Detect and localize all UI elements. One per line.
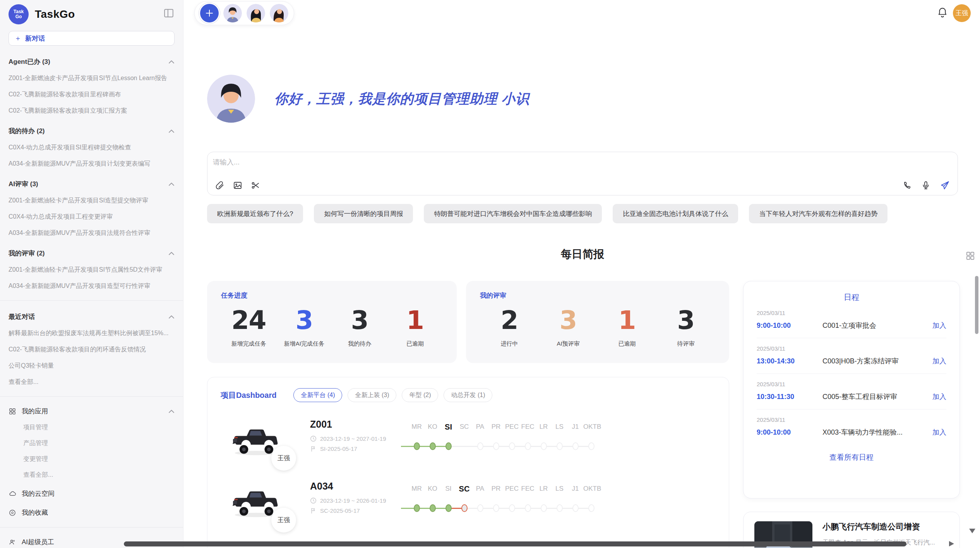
- schedule-event: 2025/03/11 9:00-10:00 C001-立项审批会 加入: [757, 303, 946, 338]
- view-all-schedule-link[interactable]: 查看所有日程: [829, 452, 874, 462]
- agent-avatar[interactable]: [270, 4, 288, 22]
- project-row-a034[interactable]: 王强 A034 2023-12-19 ~ 2026-01-19 SC-2025-…: [227, 478, 715, 538]
- vertical-scrollbar-thumb[interactable]: [975, 276, 978, 334]
- filter-chip-model-year[interactable]: 年型 (2): [402, 388, 438, 402]
- task-item[interactable]: Z001-全新燃油皮卡产品开发项目SI节点Lesson Learn报告: [9, 74, 175, 82]
- news-title: 小鹏飞行汽车制造公司增资: [822, 521, 935, 532]
- attach-file-button[interactable]: [215, 181, 224, 190]
- composer-toolbar: [215, 180, 950, 190]
- stat-label: 已逾期: [387, 340, 443, 348]
- apps-view-all-link[interactable]: 查看全部...: [23, 471, 175, 479]
- suggestion-chip[interactable]: 欧洲新规最近颁布了什么?: [207, 204, 303, 223]
- section-header-agent-done[interactable]: Agent已办 (3): [9, 57, 175, 66]
- app-item-change-mgmt[interactable]: 变更管理: [23, 455, 175, 463]
- task-item[interactable]: Z001-全新燃油轻卡产品开发项目SI造型提交物评审: [9, 197, 175, 205]
- event-name: C005-整车工程目标评审: [822, 392, 932, 401]
- chat-input[interactable]: [213, 158, 952, 175]
- app-item-project-mgmt[interactable]: 项目管理: [23, 423, 175, 432]
- new-chat-button[interactable]: ＋ 新对话: [9, 31, 175, 46]
- suggestion-chip[interactable]: 特朗普可能对进口汽车增税会对中国车企造成哪些影响: [424, 204, 602, 223]
- suggestion-chip[interactable]: 如何写一份清晰的项目周报: [314, 204, 413, 223]
- project-row-z001[interactable]: 王强 Z001 2023-12-19 ~ 2027-01-19 SI-2025-…: [227, 416, 715, 476]
- recent-view-all-link[interactable]: 查看全部...: [9, 378, 175, 386]
- section-header-ai-review[interactable]: AI评审 (3): [9, 180, 175, 188]
- filter-chip-new-body[interactable]: 全新上装 (3): [348, 388, 396, 402]
- user-avatar[interactable]: 王强: [953, 4, 971, 22]
- clock-icon: [310, 497, 317, 504]
- agent-avatar[interactable]: [247, 4, 265, 22]
- layout-toggle-button[interactable]: [965, 251, 975, 261]
- recent-chat-item[interactable]: 解释最新出台的欧盟报废车法规再生塑料比例被调至15%...: [9, 329, 175, 337]
- task-item[interactable]: A034-全新新能源MUV产品开发项目造型可行性评审: [9, 282, 175, 290]
- insert-image-button[interactable]: [233, 181, 242, 190]
- suggestion-chip[interactable]: 比亚迪全固态电池计划具体说了什么: [613, 204, 738, 223]
- card-title: 任务进度: [221, 291, 443, 300]
- sidebar-item-my-apps[interactable]: 我的应用: [9, 407, 175, 416]
- schedule-event: 2025/03/11 10:30-11:30 C005-整车工程目标评审 加入: [757, 374, 946, 409]
- sidebar-item-favorites[interactable]: 我的收藏: [9, 508, 175, 517]
- voice-call-button[interactable]: [903, 181, 912, 190]
- task-item[interactable]: A034-全新新能源MUV产品开发项目法规符合性评审: [9, 229, 175, 237]
- apps-grid-icon: [9, 408, 16, 415]
- sidebar-header: Task Go TaskGo: [9, 4, 175, 25]
- project-code: A034: [310, 481, 386, 492]
- task-item[interactable]: Z001-全新燃油轻卡产品开发项目SI节点属性5D文件评审: [9, 266, 175, 274]
- task-progress-card: 任务进度 24 新增完成任务 3 新增AI完成任务 3 我的待办 1 已逾期: [207, 281, 457, 363]
- task-item[interactable]: C0X4-动力总成开发项目SI里程碑提交物检查: [9, 144, 175, 152]
- section-header-my-review[interactable]: 我的评审 (2): [9, 249, 175, 258]
- section-title: 我的待办 (2): [9, 127, 45, 135]
- agent-switcher: [194, 1, 294, 25]
- notification-bell-button[interactable]: [937, 7, 947, 18]
- schedule-card: 日程 2025/03/11 9:00-10:00 C001-立项审批会 加入 2…: [743, 281, 960, 498]
- send-button[interactable]: [940, 180, 950, 190]
- stat-value: 24: [221, 305, 276, 336]
- join-meeting-link[interactable]: 加入: [932, 428, 946, 437]
- event-date: 2025/03/11: [757, 416, 946, 423]
- horizontal-scrollbar-thumb[interactable]: [124, 541, 906, 546]
- sidebar-collapse-button[interactable]: [164, 9, 174, 18]
- stat-value: 1: [387, 305, 443, 336]
- scroll-down-arrow[interactable]: [969, 529, 975, 533]
- join-meeting-link[interactable]: 加入: [932, 392, 946, 401]
- stat-value: 3: [276, 305, 332, 336]
- project-dashboard-card: 项目Dashboard 全新平台 (4) 全新上装 (3) 年型 (2) 动总开…: [207, 377, 729, 548]
- task-item[interactable]: C02-飞腾新能源轻客改款项目里程碑画布: [9, 91, 175, 99]
- filter-chip-new-platform[interactable]: 全新平台 (4): [293, 388, 342, 402]
- task-item[interactable]: C02-飞腾新能源轻客改款项目立项汇报方案: [9, 107, 175, 115]
- recent-chat-item[interactable]: C02-飞腾新能源轻客改款项目的闭环通告反馈情况: [9, 346, 175, 354]
- section-header-my-todo[interactable]: 我的待办 (2): [9, 127, 175, 135]
- task-item[interactable]: C0X4-动力总成开发项目工程变更评审: [9, 213, 175, 221]
- add-agent-button[interactable]: [200, 4, 219, 22]
- logo-text-bottom: Go: [15, 14, 22, 19]
- stat-value: 3: [332, 305, 387, 336]
- stat-value: 3: [539, 305, 598, 336]
- star-badge-icon: [9, 509, 16, 517]
- flag-icon: [310, 445, 317, 452]
- main-content: 王强 你好，王强，我是你的项目管理助理 小识: [183, 0, 980, 548]
- join-meeting-link[interactable]: 加入: [932, 356, 946, 366]
- scissors-icon: [251, 181, 260, 190]
- app-item-product-mgmt[interactable]: 产品管理: [23, 439, 175, 447]
- people-icon: [9, 538, 16, 546]
- chevron-up-icon: [168, 129, 175, 133]
- agent-avatar[interactable]: [223, 4, 242, 22]
- paperclip-icon: [215, 181, 224, 190]
- task-item[interactable]: A034-全新新能源MUV产品开发项目计划变更表编写: [9, 160, 175, 168]
- join-meeting-link[interactable]: 加入: [932, 321, 946, 330]
- milestone-timeline: MRKOSISCPAPRPECFECLRLSJ1OKTB: [409, 484, 599, 513]
- recent-chat-item[interactable]: 公司Q3轻卡销量: [9, 362, 175, 370]
- chat-composer: [207, 152, 958, 195]
- microphone-button[interactable]: [921, 181, 930, 190]
- section-header-recent-chats[interactable]: 最近对话: [9, 312, 175, 321]
- stat-in-progress: 2 进行中: [480, 305, 539, 348]
- filter-chip-powertrain[interactable]: 动总开发 (1): [444, 388, 492, 402]
- screenshot-button[interactable]: [251, 181, 260, 190]
- suggestion-chip[interactable]: 当下年轻人对汽车外观有怎样的喜好趋势: [749, 204, 887, 223]
- scroll-right-arrow[interactable]: [949, 541, 954, 546]
- project-code: Z001: [310, 419, 386, 430]
- event-name: C001-立项审批会: [822, 321, 932, 330]
- my-apps-label: 我的应用: [22, 407, 163, 416]
- stat-overdue: 1 已逾期: [387, 305, 443, 348]
- sidebar-item-cloud-space[interactable]: 我的云空间: [9, 489, 175, 498]
- event-name: C003|H0B-方案冻结评审: [822, 356, 932, 366]
